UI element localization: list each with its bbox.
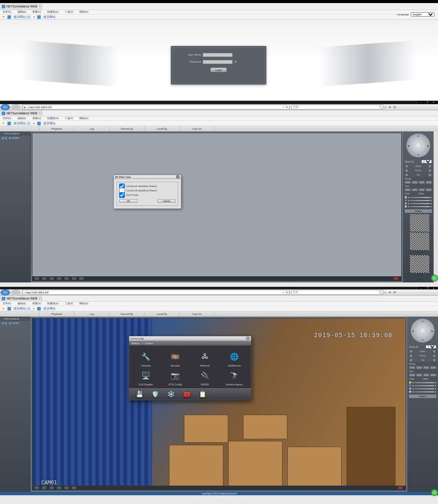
ptz-left-icon[interactable]: ◀	[412, 329, 414, 332]
fav-link-2[interactable]: 建议网站	[43, 307, 56, 311]
tb-audio-icon[interactable]	[398, 486, 403, 490]
preset-del[interactable]	[430, 366, 436, 369]
ptz-down-icon[interactable]: ▼	[421, 339, 424, 342]
ok-button[interactable]: OK	[119, 199, 138, 203]
menu-tools[interactable]: 工具(T)	[65, 10, 74, 14]
window-maximize-icon[interactable]: ☐	[425, 101, 430, 103]
compat-icon[interactable]: ⟳	[283, 291, 285, 294]
cancel-button[interactable]: Cancel	[157, 199, 176, 203]
default-button[interactable]: Default	[405, 209, 432, 213]
search-icon[interactable]: 🔍	[379, 291, 383, 294]
ptz-right-icon[interactable]: ▶	[427, 144, 429, 147]
nav-playback[interactable]: Playback	[39, 126, 74, 131]
menu-help[interactable]: 帮助(H)	[79, 116, 88, 120]
window-minimize-icon[interactable]: —	[419, 287, 424, 289]
menu-file[interactable]: 文件(F)	[3, 116, 11, 120]
favorites-star-icon[interactable]: ★	[2, 15, 5, 19]
tour-play[interactable]	[412, 188, 418, 191]
dropdown-icon[interactable]: ▾	[33, 307, 35, 310]
channel-header[interactable]: NetSurveillance	[0, 131, 30, 136]
favorites-star-icon[interactable]: ★	[2, 307, 5, 310]
tab-color[interactable]: Color	[405, 192, 418, 195]
menu-fav[interactable]: 收藏夹(A)	[47, 116, 59, 120]
channel-cam01[interactable]: CAM01	[0, 321, 31, 325]
focus-out-button[interactable]	[428, 169, 432, 173]
zoom-in-button[interactable]	[405, 164, 409, 168]
iris-close-button[interactable]	[428, 173, 432, 177]
fav-link-1[interactable]: 建议网站 (2)	[14, 307, 31, 311]
fav-link-2[interactable]: 建议网站	[43, 15, 56, 19]
fav-link-1[interactable]: 建议网站 (2)	[14, 15, 31, 19]
menu-tools[interactable]: 工具(T)	[65, 302, 74, 306]
dropdown-icon[interactable]: ▾	[33, 15, 35, 18]
tb-snapshot-icon[interactable]	[71, 277, 77, 280]
scrollbar[interactable]	[434, 131, 438, 282]
channel-cam01[interactable]: CAM01	[0, 136, 30, 140]
url-field[interactable]: ◆ e http://192.168.5.10/ ⟳ ↻	[22, 105, 290, 109]
ptz-down-icon[interactable]: ▼	[417, 154, 420, 156]
tb-allrecord-icon[interactable]	[79, 277, 84, 280]
zoom-out-button[interactable]	[432, 349, 436, 353]
inc-icon[interactable]: ▶	[431, 196, 432, 198]
tb-sixteen-view-icon[interactable]	[64, 486, 69, 490]
helper-bubble-icon[interactable]	[431, 275, 438, 282]
refresh-icon[interactable]: ↻	[286, 291, 288, 294]
saturation-slider[interactable]	[410, 203, 430, 204]
helper-bubble-icon[interactable]	[431, 489, 438, 496]
language-select[interactable]: English	[411, 12, 434, 17]
ptz-right-icon[interactable]: ▶	[431, 329, 434, 332]
tour-play[interactable]	[416, 374, 422, 377]
menu-tools[interactable]: 工具(T)	[65, 116, 74, 120]
password-input[interactable]	[203, 60, 233, 64]
tb-nine-view-icon[interactable]	[57, 486, 62, 490]
refresh-icon[interactable]: ↻	[286, 106, 288, 109]
window-maximize-icon[interactable]: ☐	[425, 287, 430, 289]
hue-slider[interactable]	[410, 206, 430, 207]
tb-quad-view-icon[interactable]	[49, 486, 54, 490]
cat-alarm-icon[interactable]: 🛡️	[149, 389, 161, 399]
url-field[interactable]: e http://192.168.5.10/ ⟳ ↻	[22, 290, 290, 295]
focus-out-button[interactable]	[432, 354, 436, 358]
iris-close-button[interactable]	[432, 358, 436, 362]
tour-prev[interactable]	[405, 188, 411, 191]
tab-other[interactable]: Other	[418, 192, 432, 195]
tour-stop[interactable]	[423, 374, 429, 377]
menu-fav[interactable]: 收藏夹(A)	[47, 302, 59, 306]
zoom-in-button[interactable]	[409, 349, 413, 353]
login-button[interactable]: Login	[210, 67, 227, 72]
menu-help[interactable]: 帮助(H)	[79, 302, 88, 306]
tb-fullscreen-icon[interactable]	[34, 277, 39, 280]
nav-localcfg[interactable]: LocalCfg	[145, 311, 180, 317]
menu-view[interactable]: 查看(V)	[32, 10, 41, 14]
back-button[interactable]: ←	[0, 289, 10, 296]
tab-close-icon[interactable]: ×	[39, 5, 41, 8]
saturation-slider[interactable]	[414, 388, 434, 389]
back-button[interactable]: ←	[0, 104, 10, 110]
browser-tab[interactable]: NETSurveillance WEB ×	[0, 4, 42, 10]
cat-system-icon[interactable]: ❄️	[165, 389, 177, 399]
crumb-system[interactable]: System	[145, 342, 153, 345]
tb-record-icon[interactable]	[393, 277, 399, 280]
iris-open-button[interactable]	[405, 173, 409, 177]
preset-num[interactable]	[409, 366, 415, 369]
tools-icon[interactable]: ⚙	[393, 106, 396, 109]
contrast-slider[interactable]	[410, 200, 430, 201]
menu-file[interactable]: 文件(F)	[3, 302, 11, 306]
preset-del[interactable]	[426, 181, 432, 184]
search-input[interactable]: 搜索... 🔍	[291, 105, 383, 109]
tb-snapshot-icon[interactable]	[71, 486, 77, 490]
username-input[interactable]	[203, 53, 233, 57]
nav-log[interactable]: Log	[74, 311, 110, 317]
cfg-rs232[interactable]: 🔌RS232	[191, 369, 219, 386]
nav-playback[interactable]: Playback	[39, 311, 74, 317]
contrast-slider[interactable]	[414, 385, 434, 386]
opt-auto-prompt[interactable]	[119, 192, 125, 198]
cfg-ptz[interactable]: 📷PTZ Config	[162, 369, 190, 386]
search-icon[interactable]: 🔍	[379, 106, 383, 109]
tab-other[interactable]: Other	[423, 377, 436, 380]
menu-edit[interactable]: 编辑(E)	[18, 10, 26, 14]
step-select[interactable]: 5	[426, 345, 436, 349]
iris-open-button[interactable]	[409, 358, 413, 362]
tab-color[interactable]: Color	[409, 377, 423, 380]
preset-goto[interactable]	[412, 181, 418, 184]
